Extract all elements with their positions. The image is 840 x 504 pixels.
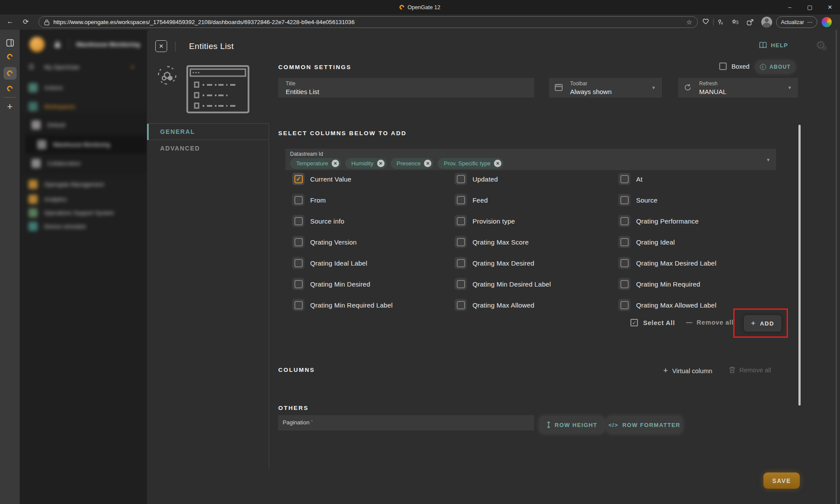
copilot-icon[interactable] (822, 17, 832, 27)
toolbar-select[interactable]: Toolbar Always shown ▼ (549, 78, 662, 98)
profile-avatar[interactable] (761, 17, 772, 28)
column-option[interactable]: Qrating Max Allowed (451, 294, 615, 315)
checkbox[interactable] (457, 301, 465, 309)
columns-remove-all-button[interactable]: Remove all (729, 366, 771, 374)
column-option[interactable]: Qrating Performance (615, 210, 805, 231)
lock-icon (54, 41, 61, 48)
checkbox[interactable] (457, 175, 465, 183)
refresh-select[interactable]: Refresh MANUAL ▼ (678, 78, 798, 98)
browser-essentials-icon[interactable] (702, 18, 710, 26)
opengate-tab-icon[interactable] (0, 54, 20, 60)
close-dialog-button[interactable]: ✕ (155, 40, 167, 52)
column-option[interactable]: Qrating Ideal (615, 231, 805, 252)
remove-chip-icon[interactable]: ✕ (494, 160, 501, 167)
column-option[interactable]: Updated (451, 168, 615, 189)
column-option[interactable]: ✓ Current Value (289, 168, 451, 189)
about-button[interactable]: i ABOUT (755, 60, 795, 74)
url-bar[interactable]: https://www.opengate.es/workspaces/_1754… (38, 16, 698, 28)
pagination-field[interactable]: Pagination* (278, 415, 534, 430)
remove-chip-icon[interactable]: ✕ (424, 160, 431, 167)
sidebar-item[interactable]: Warehouse Monitoring (25, 135, 147, 154)
datastream-select[interactable]: Datastream Id Temperature ✕ Humidity ✕ P… (285, 149, 776, 170)
sidebar-toggle-icon[interactable] (0, 39, 20, 47)
sidebar-item[interactable]: Default (20, 116, 147, 134)
remove-chip-icon[interactable]: ✕ (332, 160, 339, 167)
help-button[interactable]: HELP (759, 42, 788, 49)
sidebar-item[interactable]: ☰My OpenGate▼ (20, 58, 147, 76)
checkbox[interactable] (457, 259, 465, 267)
checkbox[interactable] (620, 196, 629, 204)
column-option[interactable]: Feed (451, 189, 615, 210)
checkbox[interactable] (294, 238, 303, 246)
column-option[interactable]: Qrating Min Required (615, 273, 805, 294)
checkbox[interactable] (294, 280, 303, 288)
reload-icon[interactable]: ⟳ (21, 18, 31, 26)
save-button[interactable]: SAVE (763, 472, 800, 489)
tab-general[interactable]: GENERAL (147, 124, 269, 140)
actualizar-button[interactable]: Actualizar ⋯ (776, 16, 817, 28)
column-option[interactable]: At (615, 168, 805, 189)
remove-all-button[interactable]: — Remove all (686, 319, 734, 326)
virtual-column-button[interactable]: + Virtual column (663, 366, 712, 375)
favorite-star-icon[interactable]: ☆ (686, 18, 692, 26)
sidebar-item[interactable]: Workspaces (20, 97, 147, 116)
select-all-checkbox[interactable]: ✓ Select All (630, 319, 675, 326)
checkbox[interactable] (294, 196, 303, 204)
sidebar-item[interactable]: Actions (20, 78, 147, 97)
checkbox[interactable] (294, 217, 303, 225)
add-tab-icon[interactable]: + (0, 101, 20, 112)
remove-chip-icon[interactable]: ✕ (377, 160, 385, 167)
column-option[interactable]: Qrating Version (289, 231, 451, 252)
row-formatter-button[interactable]: </> ROW FORMATTER (606, 416, 682, 434)
sidebar-item[interactable]: Device simulator (20, 217, 147, 235)
sidebar-item[interactable]: Collaborative (20, 154, 147, 172)
checkbox[interactable] (457, 217, 465, 225)
checkbox[interactable] (620, 238, 629, 246)
opengate-tab-icon[interactable] (0, 86, 20, 91)
extension-icon[interactable] (717, 18, 724, 26)
column-option[interactable]: Source (615, 189, 805, 210)
settings-gear-icon[interactable]: ⚙⚙ (816, 38, 826, 52)
close-window-button[interactable]: ✕ (820, 0, 840, 14)
workspace-avatar[interactable] (29, 37, 45, 52)
column-option[interactable]: Qrating Max Desired (451, 252, 615, 273)
checkbox[interactable] (620, 280, 629, 288)
collections-icon[interactable] (732, 18, 739, 26)
browser-titlebar: OpenGate 12 – ▢ ✕ (0, 0, 840, 14)
checkbox[interactable] (620, 301, 629, 309)
tab-advanced[interactable]: ADVANCED (147, 140, 269, 157)
chevron-down-icon: ▼ (766, 158, 770, 162)
dialog-scrollbar[interactable] (798, 125, 801, 406)
column-option[interactable]: Qrating Min Desired Label (451, 273, 615, 294)
column-option[interactable]: Qrating Min Required Label (289, 294, 451, 315)
checkbox[interactable] (294, 301, 303, 309)
column-option[interactable]: Qrating Max Score (451, 231, 615, 252)
column-option[interactable]: From (289, 189, 451, 210)
opengate-tab-icon-active[interactable] (0, 70, 20, 76)
checkbox[interactable] (457, 196, 465, 204)
column-option[interactable]: Qrating Max Desired Label (615, 252, 805, 273)
column-option[interactable]: Qrating Ideal Label (289, 252, 451, 273)
checkbox[interactable] (457, 280, 465, 288)
widget-settings-dialog: ✕ Entities List HELP ⚙⚙ COMMON SETTI (147, 30, 840, 504)
column-option[interactable]: Qrating Min Desired (289, 273, 451, 294)
checkbox[interactable] (294, 259, 303, 267)
page-scrollbar[interactable] (836, 30, 837, 504)
list-widget-icon (186, 65, 250, 114)
title-field[interactable]: Title Entities List (278, 78, 534, 98)
column-option[interactable]: Provision type (451, 210, 615, 231)
checkbox[interactable] (620, 217, 629, 225)
checkbox[interactable] (457, 238, 465, 246)
checkbox[interactable]: ✓ (630, 319, 638, 326)
checkbox[interactable] (620, 175, 629, 183)
column-option[interactable]: Source info (289, 210, 451, 231)
minimize-button[interactable]: – (780, 0, 800, 14)
more-options-icon[interactable]: ⋯ (807, 19, 812, 25)
checkbox[interactable] (620, 259, 629, 267)
boxed-checkbox[interactable] (719, 63, 727, 70)
back-icon[interactable]: ← (5, 18, 15, 25)
restore-button[interactable]: ▢ (800, 0, 820, 14)
checkbox[interactable]: ✓ (294, 175, 303, 183)
row-height-button[interactable]: ROW HEIGHT (539, 416, 604, 434)
share-icon[interactable] (746, 18, 754, 26)
